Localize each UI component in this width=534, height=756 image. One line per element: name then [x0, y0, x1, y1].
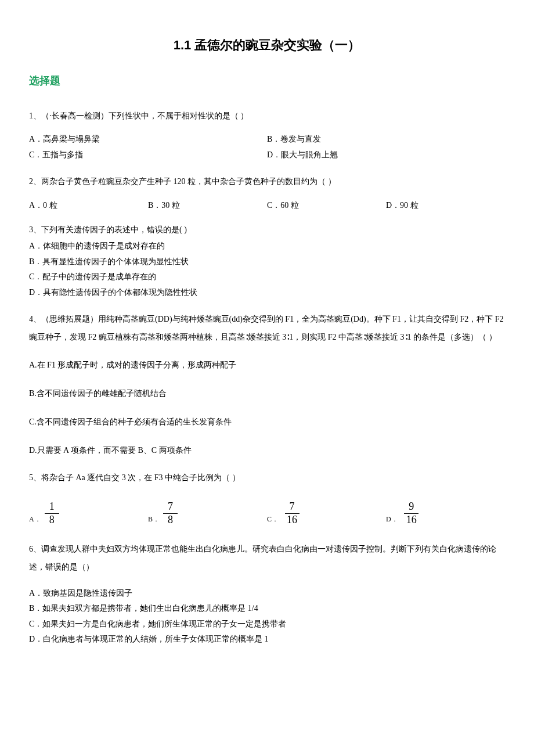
q1-opt-c: C．五指与多指 [29, 149, 267, 161]
q6-opt-c: C．如果夫妇一方是白化病患者，她们所生体现正常的子女一定是携带者 [29, 618, 505, 631]
q5-d-den: 16 [402, 514, 421, 527]
q4-opt-a: A.在 F1 形成配子时，成对的遗传因子分离，形成两种配子 [29, 357, 505, 375]
question-3: 3、下列有关遗传因子的表述中，错误的是( ) A．体细胞中的遗传因子是成对存在的… [29, 224, 505, 299]
q5-d-num: 9 [404, 501, 418, 514]
q5-opt-a: A． 1 8 [29, 501, 148, 526]
q5-c-label: C． [267, 514, 279, 526]
q5-text: 5、将杂合子 Aa 逐代自交 3 次，在 F3 中纯合子比例为（ ） [29, 471, 505, 484]
q5-a-den: 8 [45, 514, 59, 527]
q1-text: 1、（·长春高一检测）下列性状中，不属于相对性状的是（ ） [29, 110, 505, 123]
q5-b-num: 7 [163, 501, 178, 514]
fraction-icon: 7 8 [163, 501, 178, 526]
question-1: 1、（·长春高一检测）下列性状中，不属于相对性状的是（ ） A．高鼻梁与塌鼻梁 … [29, 110, 505, 164]
q3-opt-c: C．配子中的遗传因子是成单存在的 [29, 271, 505, 283]
q5-a-label: A． [29, 514, 41, 526]
q5-opt-b: B． 7 8 [148, 501, 267, 526]
q6-text: 6、调查发现人群中夫妇双方均体现正常也能生出白化病患儿。研究表白白化病由一对遗传… [29, 541, 505, 577]
fraction-icon: 1 8 [45, 501, 59, 526]
q3-text: 3、下列有关遗传因子的表述中，错误的是( ) [29, 224, 505, 236]
q2-options: A．0 粒 B．30 粒 C．60 粒 D．90 粒 [29, 199, 505, 212]
q5-opt-d: D． 9 16 [386, 501, 505, 526]
question-2: 2、两杂合子黄色子粒豌豆杂交产生种子 120 粒，其中杂合子黄色种子的数目约为（… [29, 175, 505, 212]
q2-opt-a: A．0 粒 [29, 199, 148, 212]
q2-text: 2、两杂合子黄色子粒豌豆杂交产生种子 120 粒，其中杂合子黄色种子的数目约为（… [29, 175, 505, 188]
q6-opt-b: B．如果夫妇双方都是携带者，她们生出白化病患儿的概率是 1/4 [29, 602, 505, 615]
q6-opt-d: D．白化病患者与体现正常的人结婚，所生子女体现正常的概率是 1 [29, 633, 505, 646]
q4-opt-d: D.只需要 A 项条件，而不需要 B、C 两项条件 [29, 442, 505, 460]
q2-opt-d: D．90 粒 [386, 199, 505, 212]
q6-opt-a: A．致病基因是隐性遗传因子 [29, 587, 505, 600]
q5-options: A． 1 8 B． 7 8 C． 7 16 D． 9 16 [29, 501, 505, 526]
q4-text: 4、（思维拓展题）用纯种高茎豌豆(DD)与纯种矮茎豌豆(dd)杂交得到的 F1，… [29, 311, 505, 347]
fraction-icon: 9 16 [402, 501, 421, 526]
question-5: 5、将杂合子 Aa 逐代自交 3 次，在 F3 中纯合子比例为（ ） A． 1 … [29, 471, 505, 527]
section-header: 选择题 [29, 73, 505, 89]
q3-opt-b: B．具有显性遗传因子的个体体现为显性性状 [29, 255, 505, 268]
question-4: 4、（思维拓展题）用纯种高茎豌豆(DD)与纯种矮茎豌豆(dd)杂交得到的 F1，… [29, 311, 505, 460]
q5-b-label: B． [148, 514, 160, 526]
q1-opt-d: D．眼大与眼角上翘 [267, 149, 505, 161]
q4-opt-c: C.含不同遗传因子组合的种子必须有合适的生长发育条件 [29, 413, 505, 431]
q3-opt-d: D．具有隐性遗传因子的个体都体现为隐性性状 [29, 286, 505, 299]
q6-options: A．致病基因是隐性遗传因子 B．如果夫妇双方都是携带者，她们生出白化病患儿的概率… [29, 587, 505, 646]
q5-b-den: 8 [163, 514, 178, 527]
q2-opt-c: C．60 粒 [267, 199, 386, 212]
q5-c-num: 7 [285, 501, 300, 514]
q5-a-num: 1 [45, 501, 59, 514]
q5-opt-c: C． 7 16 [267, 501, 386, 526]
q5-c-den: 16 [282, 514, 302, 527]
page-title: 1.1 孟德尔的豌豆杂交实验（一） [29, 35, 505, 55]
q4-opt-b: B.含不同遗传因子的雌雄配子随机结合 [29, 385, 505, 403]
q1-opt-b: B．卷发与直发 [267, 133, 505, 146]
q1-options: A．高鼻梁与塌鼻梁 B．卷发与直发 C．五指与多指 D．眼大与眼角上翘 [29, 133, 505, 164]
q3-opt-a: A．体细胞中的遗传因子是成对存在的 [29, 240, 505, 253]
q1-opt-a: A．高鼻梁与塌鼻梁 [29, 133, 267, 146]
q2-opt-b: B．30 粒 [148, 199, 267, 212]
q5-d-label: D． [386, 514, 398, 526]
q3-options: A．体细胞中的遗传因子是成对存在的 B．具有显性遗传因子的个体体现为显性性状 C… [29, 240, 505, 299]
question-6: 6、调查发现人群中夫妇双方均体现正常也能生出白化病患儿。研究表白白化病由一对遗传… [29, 541, 505, 646]
fraction-icon: 7 16 [282, 501, 302, 526]
